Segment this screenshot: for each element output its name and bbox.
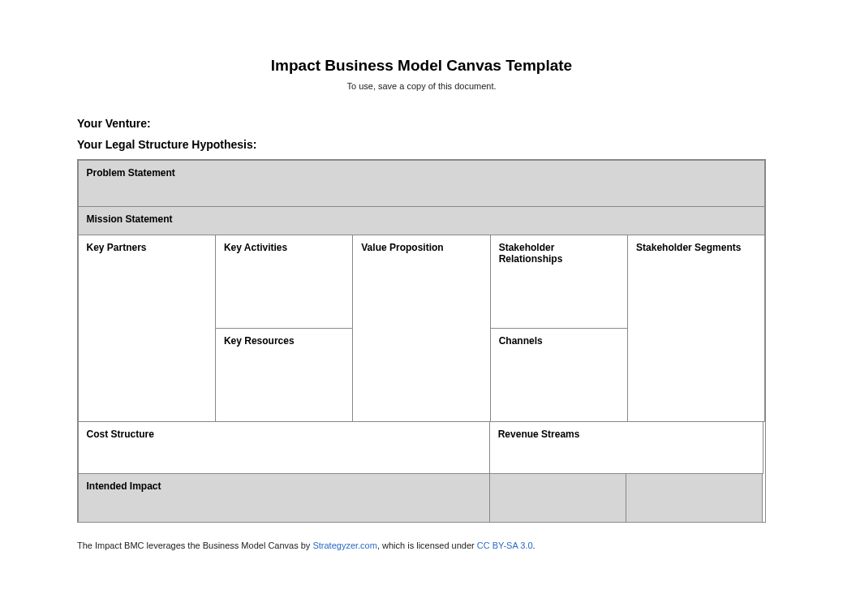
venture-label: Your Venture:	[77, 117, 766, 130]
footer-attribution: The Impact BMC leverages the Business Mo…	[77, 541, 766, 550]
key-partners-col: Key Partners	[78, 235, 215, 421]
cc-license-link[interactable]: CC BY-SA 3.0	[477, 541, 533, 550]
activities-resources-col: Key Activities Key Resources	[215, 235, 352, 421]
footer-text-post: .	[533, 541, 535, 550]
page-title: Impact Business Model Canvas Template	[77, 57, 766, 75]
cost-structure-cell: Cost Structure	[78, 421, 490, 474]
problem-statement-cell: Problem Statement	[78, 160, 765, 207]
legal-structure-label: Your Legal Structure Hypothesis:	[77, 138, 766, 151]
page-subtitle: To use, save a copy of this document.	[77, 81, 766, 91]
impact-blank-1	[489, 473, 626, 523]
stakeholder-segments-col: Stakeholder Segments	[628, 235, 765, 421]
key-activities-cell: Key Activities	[215, 235, 353, 329]
impact-blank-2	[626, 473, 763, 523]
value-proposition-col: Value Proposition	[353, 235, 490, 421]
footer-text-mid: , which is licensed under	[377, 541, 477, 550]
strategyzer-link[interactable]: Strategyzer.com	[312, 541, 376, 550]
key-partners-cell: Key Partners	[78, 235, 216, 422]
key-resources-cell: Key Resources	[215, 328, 353, 422]
canvas-grid: Problem Statement Mission Statement Key …	[77, 159, 766, 523]
value-proposition-cell: Value Proposition	[352, 235, 490, 422]
stakeholder-segments-cell: Stakeholder Segments	[627, 235, 765, 422]
footer-text-pre: The Impact BMC leverages the Business Mo…	[77, 541, 312, 550]
meta-block: Your Venture: Your Legal Structure Hypot…	[77, 117, 766, 151]
revenue-streams-cell: Revenue Streams	[489, 421, 764, 474]
mission-statement-cell: Mission Statement	[78, 206, 765, 235]
channels-cell: Channels	[490, 328, 628, 422]
intended-impact-cell: Intended Impact	[78, 473, 490, 523]
relationships-channels-col: Stakeholder Relationships Channels	[490, 235, 627, 421]
stakeholder-relationships-cell: Stakeholder Relationships	[490, 235, 628, 329]
document-page: Impact Business Model Canvas Template To…	[0, 0, 843, 616]
